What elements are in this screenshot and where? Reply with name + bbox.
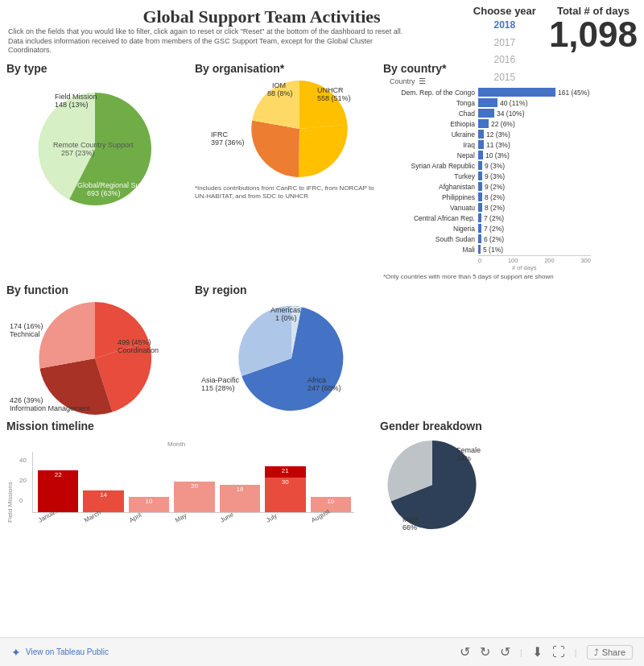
region-label-asia: Asia-Pacific [201, 376, 240, 384]
year-2015[interactable]: 2015 [473, 69, 536, 87]
gender-label-female-val: 34% [456, 454, 471, 462]
gender-breakdown-section: Gender breakdown Female 34% Male 66% [380, 420, 509, 539]
by-function-chart[interactable]: 174 (16%) Technical 499 (45%) Coordinati… [6, 298, 184, 415]
page-title: Global Support Team Activities [8, 6, 515, 27]
redo-icon[interactable]: ↻ [480, 644, 490, 660]
share-label: Share [602, 647, 625, 657]
by-organisation-section: By organisation* UNHCR 558 (51%) IFRC 39… [195, 62, 380, 280]
year-2017[interactable]: 2017 [473, 35, 536, 52]
type-label-global: Global/Regional Support [77, 181, 157, 189]
tableau-label: View on Tableau Public [26, 647, 109, 656]
type-label-global-val: 693 (63%) [87, 189, 121, 197]
top-right-panel: Choose year 2018 2017 2016 2015 Total # … [473, 5, 638, 86]
filter-icon[interactable]: ☰ [419, 77, 426, 85]
by-org-chart[interactable]: UNHCR 558 (51%) IFRC 397 (36%) IOM 88 (8… [195, 77, 372, 181]
divider-1: | [520, 647, 522, 657]
gender-chart[interactable]: Female 34% Male 66% [380, 435, 505, 532]
region-label-americas: Americas [270, 306, 301, 314]
func-label-info: 426 (39%) [10, 396, 43, 404]
header-description: Click on the fields that you would like … [8, 27, 411, 56]
by-type-title: By type [6, 62, 192, 75]
func-slice-tech[interactable] [39, 302, 95, 368]
divider-2: | [575, 647, 577, 657]
footer-controls: ↺ ↻ ↺ | ⬇ ⛶ | ⤴ Share [460, 644, 633, 660]
func-label-info-name: Information Management [10, 404, 91, 412]
total-days-panel: Total # of days 1,098 [549, 5, 638, 52]
type-label-remote: Remote Country Support [53, 141, 134, 149]
org-label-ifrc: IFRC [211, 130, 228, 139]
by-type-section: By type Field Mission 148 (13%) Remote C… [6, 62, 192, 280]
type-label-field-val: 148 (13%) [55, 101, 89, 109]
footer: ✦ View on Tableau Public ↺ ↻ ↺ | ⬇ ⛶ | ⤴… [0, 637, 644, 666]
gender-label-male-val: 66% [402, 523, 417, 532]
func-label-tech-name: Technical [10, 330, 40, 338]
by-function-title: By function [6, 283, 192, 296]
country-note: *Only countries with more than 5 days of… [383, 273, 609, 280]
fullscreen-icon[interactable]: ⛶ [552, 645, 565, 660]
by-country-title: By country* [383, 62, 447, 75]
func-label-coord: 499 (45%) [118, 338, 151, 346]
by-region-title: By region [195, 283, 380, 296]
tableau-icon: ✦ [11, 646, 21, 659]
region-label-africa: Africa [308, 376, 326, 384]
org-label-ifrc-val: 397 (36%) [211, 139, 245, 147]
gender-label-male: Male [402, 515, 419, 523]
region-label-asia-val: 115 (28%) [201, 384, 235, 392]
by-type-chart[interactable]: Field Mission 148 (13%) Remote Country S… [6, 77, 184, 209]
org-label-iom-val: 88 (8%) [267, 89, 293, 97]
org-note: *Includes contributions from CanRC to IF… [195, 184, 380, 201]
tableau-link[interactable]: ✦ View on Tableau Public [11, 646, 109, 659]
choose-year-label: Choose year [473, 5, 536, 17]
by-org-title: By organisation* [195, 62, 380, 75]
share-icon: ⤴ [594, 647, 599, 657]
undo-icon[interactable]: ↺ [460, 644, 470, 660]
country-filter-label[interactable]: Country [390, 77, 415, 85]
func-label-tech: 174 (16%) [10, 322, 43, 330]
by-country-section: By country* Country ☰ Dem. Rep. of the C… [383, 62, 609, 280]
mission-timeline-section: Mission timeline Field Missions 40 20 0 … [6, 420, 369, 539]
org-label-iom: IOM [272, 81, 286, 89]
func-label-coord-name: Coordination [118, 346, 159, 354]
region-label-americas-val: 1 (0%) [275, 314, 297, 322]
by-region-chart[interactable]: Africa 247 (60%) Asia-Pacific 115 (28%) … [195, 298, 372, 415]
gender-label-female: Female [456, 446, 481, 454]
country-bars: Dem. Rep. of the Congo 161 (45%) Tonga 4… [383, 88, 609, 254]
type-label-remote-val: 257 (23%) [61, 149, 95, 157]
org-label-unhcr-val: 558 (51%) [317, 94, 351, 102]
org-label-unhcr: UNHCR [317, 86, 344, 94]
org-slice-unhcr2[interactable] [299, 125, 348, 177]
download-icon[interactable]: ⬇ [532, 644, 543, 660]
total-days-value: 1,098 [549, 17, 638, 52]
year-2016[interactable]: 2016 [473, 52, 536, 69]
mission-timeline-title: Mission timeline [6, 420, 369, 432]
share-button[interactable]: ⤴ Share [587, 645, 633, 660]
by-region-section: By region Africa 247 (60%) Asia-Pacific … [195, 283, 380, 416]
type-label-field: Field Mission [55, 93, 97, 101]
region-label-africa-val: 247 (60%) [308, 384, 341, 392]
year-2018[interactable]: 2018 [473, 17, 536, 35]
org-slice-ifrc[interactable] [251, 121, 299, 178]
by-function-section: By function 174 (16%) Technical 499 (45%… [6, 283, 192, 416]
reset-icon[interactable]: ↺ [500, 644, 510, 660]
gender-title: Gender breakdown [380, 420, 509, 433]
year-selector[interactable]: Choose year 2018 2017 2016 2015 [473, 5, 536, 86]
